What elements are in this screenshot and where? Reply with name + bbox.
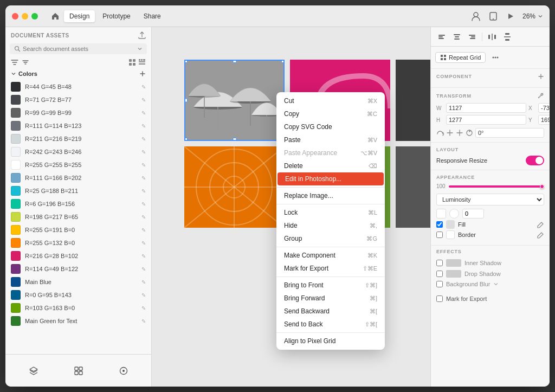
- edit-icon[interactable]: ✎: [141, 123, 146, 129]
- list-item[interactable]: R=211 G=216 B=219 ✎: [5, 132, 151, 145]
- menu-make-component[interactable]: Make Component ⌘K: [276, 249, 385, 262]
- menu-replace-image[interactable]: Replace Image...: [276, 189, 385, 202]
- edit-icon[interactable]: ✎: [141, 240, 146, 246]
- assets-icon[interactable]: [115, 362, 132, 380]
- menu-bring-forward[interactable]: Bring Forward ⌘]: [276, 292, 385, 305]
- fullscreen-button[interactable]: [31, 13, 38, 20]
- fill-swatch[interactable]: [446, 220, 455, 229]
- list-item[interactable]: R=6 G=196 B=156 ✎: [5, 197, 151, 210]
- tab-design[interactable]: Design: [64, 10, 95, 22]
- img-umbrellas[interactable]: [184, 60, 285, 141]
- device-icon[interactable]: [488, 11, 499, 22]
- list-item[interactable]: R=25 G=188 B=211 ✎: [5, 184, 151, 197]
- drop-shadow-swatch[interactable]: [446, 270, 461, 278]
- edit-icon[interactable]: ✎: [141, 318, 146, 324]
- add-component-icon[interactable]: [538, 73, 544, 80]
- lock-ratio-icon[interactable]: [436, 129, 444, 137]
- menu-edit-photoshop[interactable]: Edit in Photoshop...: [278, 172, 384, 185]
- inner-shadow-swatch[interactable]: [446, 259, 461, 267]
- dist-h-icon[interactable]: [486, 30, 499, 43]
- tab-share[interactable]: Share: [138, 10, 166, 22]
- search-input[interactable]: [23, 46, 135, 52]
- layers-icon[interactable]: [25, 362, 42, 380]
- menu-send-back[interactable]: Send to Back ⇧⌘[: [276, 318, 385, 331]
- menu-bring-front[interactable]: Bring to Front ⇧⌘]: [276, 279, 385, 292]
- edit-icon[interactable]: ✎: [141, 188, 146, 194]
- list-item[interactable]: R=255 G=255 B=255 ✎: [5, 158, 151, 171]
- menu-send-backward[interactable]: Send Backward ⌘[: [276, 305, 385, 318]
- align-left-icon[interactable]: [435, 30, 448, 43]
- zoom-control[interactable]: 26%: [522, 12, 543, 20]
- list-item[interactable]: Main Green for Text ✎: [5, 314, 151, 327]
- blend-mode-select[interactable]: Luminosity Normal Multiply Screen Overla…: [436, 194, 544, 205]
- inner-shadow-checkbox[interactable]: [436, 260, 443, 266]
- edit-icon[interactable]: ✎: [141, 136, 146, 142]
- menu-mark-export[interactable]: Mark for Export ⇧⌘E: [276, 262, 385, 275]
- list-item[interactable]: R=103 G=163 B=0 ✎: [5, 301, 151, 314]
- dist-v-icon[interactable]: [501, 30, 514, 43]
- list-item[interactable]: R=242 G=243 B=246 ✎: [5, 145, 151, 158]
- edit-icon[interactable]: ✎: [141, 97, 146, 103]
- img-orange[interactable]: [184, 146, 285, 228]
- list-item[interactable]: R=216 G=28 B=102 ✎: [5, 249, 151, 262]
- blend-rect-icon[interactable]: [436, 209, 446, 219]
- grid-view-icon[interactable]: [138, 59, 146, 66]
- list-item[interactable]: R=255 G=132 B=0 ✎: [5, 236, 151, 249]
- edit-icon[interactable]: ✎: [141, 149, 146, 155]
- list-item[interactable]: Main Blue ✎: [5, 275, 151, 288]
- edit-icon[interactable]: ✎: [141, 253, 146, 259]
- repeat-grid-options-icon[interactable]: [489, 51, 502, 64]
- edit-icon[interactable]: ✎: [141, 175, 146, 181]
- img-dark[interactable]: [396, 60, 430, 141]
- y-input[interactable]: [538, 115, 550, 125]
- menu-align-pixel[interactable]: Align to Pixel Grid: [276, 335, 385, 348]
- close-button[interactable]: [12, 13, 18, 20]
- fill-picker-icon[interactable]: [537, 221, 544, 228]
- mark-export-checkbox[interactable]: [436, 295, 443, 302]
- menu-delete[interactable]: Delete ⌫: [276, 159, 385, 172]
- sort-icon[interactable]: [22, 59, 29, 66]
- list-item[interactable]: R=198 G=217 B=65 ✎: [5, 210, 151, 223]
- fill-checkbox[interactable]: [436, 221, 443, 228]
- repeat-grid-button[interactable]: Repeat Grid: [435, 52, 486, 63]
- list-item[interactable]: R=114 G=49 B=122 ✎: [5, 262, 151, 275]
- menu-hide[interactable]: Hide ⌘,: [276, 219, 385, 232]
- edit-icon[interactable]: ✎: [141, 279, 146, 285]
- list-item[interactable]: R=111 G=114 B=123 ✎: [5, 119, 151, 132]
- menu-copy-svg[interactable]: Copy SVG Code: [276, 120, 385, 133]
- rotate-icon[interactable]: [466, 129, 473, 137]
- list-item[interactable]: R=255 G=191 B=0 ✎: [5, 223, 151, 236]
- rotation-input[interactable]: [475, 128, 544, 138]
- components-icon[interactable]: [70, 362, 87, 380]
- edit-icon[interactable]: ✎: [141, 214, 146, 220]
- width-input[interactable]: [446, 103, 526, 113]
- edit-icon[interactable]: ✎: [141, 162, 146, 168]
- tab-prototype[interactable]: Prototype: [97, 10, 135, 22]
- edit-icon[interactable]: ✎: [141, 227, 146, 233]
- border-checkbox[interactable]: [436, 232, 443, 238]
- border-picker-icon[interactable]: [537, 231, 544, 239]
- transform-options-icon[interactable]: [537, 92, 544, 100]
- add-color-icon[interactable]: [139, 70, 146, 77]
- responsive-resize-toggle[interactable]: [526, 156, 544, 165]
- search-bar[interactable]: [10, 43, 147, 54]
- bg-blur-chevron-icon[interactable]: [493, 281, 499, 287]
- home-icon[interactable]: [49, 10, 62, 23]
- height-input[interactable]: [446, 115, 526, 125]
- menu-cut[interactable]: Cut ⌘X: [276, 94, 385, 107]
- align-right-icon[interactable]: [466, 30, 479, 43]
- opacity-slider[interactable]: [449, 185, 544, 188]
- list-item[interactable]: R=44 G=45 B=48 ✎: [5, 80, 151, 93]
- edit-icon[interactable]: ✎: [141, 305, 146, 311]
- list-view-icon[interactable]: [128, 59, 136, 66]
- chevron-down-icon[interactable]: [11, 71, 16, 76]
- blend-value-input[interactable]: [462, 209, 484, 219]
- list-item[interactable]: R=0 G=95 B=143 ✎: [5, 288, 151, 301]
- align-center-icon[interactable]: [450, 30, 463, 43]
- canvas-area[interactable]: Cut ⌘X Copy ⌘C Copy SVG Code Paste ⌘V Pa…: [152, 27, 430, 387]
- edit-icon[interactable]: ✎: [141, 201, 146, 207]
- edit-icon[interactable]: ✎: [141, 84, 146, 90]
- bg-blur-checkbox[interactable]: [436, 281, 443, 287]
- menu-paste[interactable]: Paste ⌘V: [276, 133, 385, 146]
- play-icon[interactable]: [505, 11, 516, 22]
